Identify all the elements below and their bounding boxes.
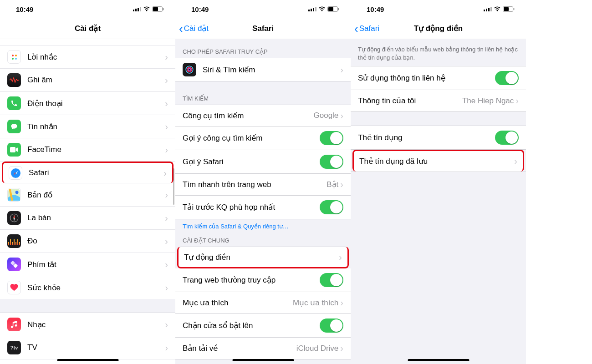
svg-rect-6	[163, 8, 164, 10]
row-phone[interactable]: Điện thoại ›	[0, 92, 175, 115]
row-autofill[interactable]: Tự động điền ›	[177, 247, 349, 268]
row-label: Mục ưa thích	[183, 298, 293, 308]
row-label: Điện thoại	[27, 99, 165, 108]
chevron-icon: ›	[340, 65, 343, 75]
scroll-indicator[interactable]	[173, 168, 174, 205]
row-label: La bàn	[27, 213, 165, 222]
row-shortcuts[interactable]: Phím tắt ›	[0, 253, 175, 276]
signal-icon	[133, 5, 141, 13]
svg-rect-38	[484, 10, 485, 11]
row-reminders[interactable]: Lời nhắc ›	[0, 46, 175, 69]
row-favorites[interactable]: Mục ưa thích Mục ưa thích ›	[175, 292, 351, 314]
chevron-icon: ›	[165, 190, 168, 200]
row-label: Gợi ý Safari	[183, 157, 320, 167]
home-indicator[interactable]	[232, 359, 294, 361]
row-facetime[interactable]: FaceTime ›	[0, 138, 175, 162]
compass-icon	[7, 211, 21, 225]
page-title: Safari	[252, 24, 274, 33]
row-label: Safari	[29, 168, 163, 177]
row-maps[interactable]: Bản đồ ›	[0, 183, 175, 207]
row-safari[interactable]: Safari ›	[2, 162, 174, 183]
svg-rect-3	[140, 7, 141, 11]
svg-rect-7	[10, 147, 15, 152]
row-voice-memos[interactable]: Ghi âm ›	[0, 69, 175, 92]
toggle-switch[interactable]	[320, 318, 343, 333]
row-value: The Hiep Ngac	[462, 96, 514, 106]
chevron-icon: ›	[165, 259, 168, 270]
status-time: 10:49	[367, 5, 384, 13]
facetime-icon	[7, 143, 21, 157]
wifi-icon	[143, 5, 150, 13]
wifi-icon	[318, 5, 326, 13]
row-label: Tải trước KQ phù hợp nhất	[183, 202, 320, 212]
toggle-switch[interactable]	[320, 155, 343, 169]
row-label: Lời nhắc	[27, 52, 165, 62]
chevron-icon: ›	[165, 145, 168, 155]
chevron-icon: ›	[514, 156, 517, 167]
back-button[interactable]: ‹Safari	[354, 23, 379, 35]
row-measure[interactable]: Đo ›	[0, 230, 175, 253]
settings-list: Lời nhắc › Ghi âm › Điện thoại › Tin nhắ…	[0, 39, 175, 364]
chevron-icon: ›	[340, 111, 343, 121]
row-preload-top-hit[interactable]: Tải trước KQ phù hợp nhất	[175, 196, 351, 219]
row-label: Thẻ tín dụng đã lưu	[359, 157, 514, 166]
row-siri-search[interactable]: Siri & Tìm kiếm ›	[175, 58, 351, 81]
svg-rect-39	[486, 9, 487, 11]
signal-icon	[484, 5, 492, 13]
row-credit-card[interactable]: Thẻ tín dụng	[351, 126, 526, 150]
phone-safari-settings: 10:49 ‹Cài đặt Safari CHO PHÉP SAFARI TR…	[175, 0, 351, 364]
row-saved-credit-cards[interactable]: Thẻ tín dụng đã lưu ›	[352, 150, 524, 172]
home-indicator[interactable]	[408, 359, 469, 361]
toggle-switch[interactable]	[320, 131, 343, 145]
toggle-switch[interactable]	[495, 131, 519, 145]
chevron-icon: ›	[165, 213, 168, 223]
nav-bar: ‹Safari Tự động điền	[351, 18, 526, 39]
status-indicators	[308, 5, 339, 13]
status-bar: 10:49	[351, 0, 526, 18]
shortcuts-icon	[7, 258, 21, 271]
phone-icon	[7, 96, 21, 110]
chevron-left-icon: ‹	[179, 23, 183, 35]
row-label: Gợi ý công cụ tìm kiếm	[183, 133, 320, 143]
svg-rect-27	[308, 10, 310, 11]
row-label: Chặn cửa sổ bật lên	[183, 321, 320, 330]
status-bar: 10:49	[175, 0, 351, 18]
back-label: Safari	[359, 24, 379, 33]
row-label: TV	[27, 343, 165, 352]
row-engine-suggestions[interactable]: Gợi ý công cụ tìm kiếm	[175, 126, 351, 150]
svg-rect-29	[313, 8, 314, 11]
svg-rect-5	[153, 7, 158, 11]
row-safari-suggestions[interactable]: Gợi ý Safari	[175, 150, 351, 174]
status-bar: 10:49	[0, 0, 175, 18]
row-label: Tìm nhanh trên trang web	[183, 180, 327, 189]
row-tv[interactable]: ?tv TV ›	[0, 336, 175, 359]
svg-rect-44	[514, 8, 515, 10]
row-label: Thẻ tín dụng	[358, 133, 495, 142]
home-indicator[interactable]	[57, 359, 118, 361]
health-icon	[7, 281, 21, 294]
row-label: Thông tin của tôi	[358, 96, 462, 106]
section-header-general: CÀI ĐẶT CHUNG	[175, 233, 351, 247]
toggle-switch[interactable]	[320, 273, 343, 287]
row-block-popups[interactable]: Chặn cửa sổ bật lên	[175, 314, 351, 338]
row-my-info[interactable]: Thông tin của tôi The Hiep Ngac ›	[351, 90, 526, 112]
row-music[interactable]: Nhạc ›	[0, 313, 175, 336]
row-messages[interactable]: Tin nhắn ›	[0, 115, 175, 138]
row-use-contact-info[interactable]: Sử dụng thông tin liên hệ	[351, 66, 526, 90]
back-button[interactable]: ‹Cài đặt	[179, 23, 209, 35]
row-quick-website-search[interactable]: Tìm nhanh trên trang web Bật ›	[175, 174, 351, 196]
row-compass[interactable]: La bàn ›	[0, 207, 175, 230]
chevron-icon: ›	[340, 343, 343, 354]
chevron-icon: ›	[340, 298, 343, 308]
chevron-icon: ›	[515, 96, 519, 106]
battery-icon	[503, 5, 515, 13]
toggle-switch[interactable]	[495, 71, 519, 85]
row-downloads[interactable]: Bản tải về iCloud Drive ›	[175, 338, 351, 359]
toggle-switch[interactable]	[320, 200, 343, 214]
privacy-link[interactable]: Tìm kiếm của Safari & Quyền riêng tư…	[175, 219, 351, 233]
row-value: Mục ưa thích	[293, 298, 338, 308]
row-health[interactable]: Sức khỏe ›	[0, 276, 175, 299]
row-frequently-visited[interactable]: Trang web thường truy cập	[175, 268, 351, 292]
row-search-engine[interactable]: Công cụ tìm kiếm Google ›	[175, 105, 351, 126]
row-label: Tin nhắn	[27, 122, 165, 131]
